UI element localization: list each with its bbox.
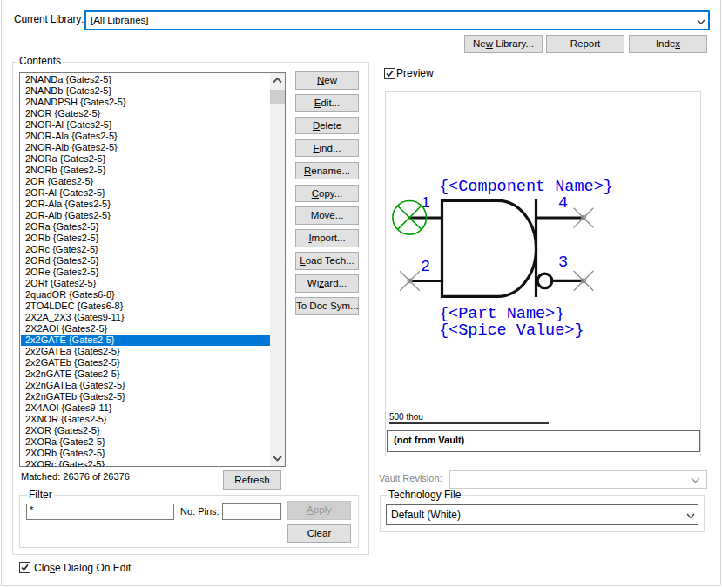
svg-text:{<Component Name>}: {<Component Name>} [439,178,613,196]
svg-text:1: 1 [421,194,430,213]
svg-text:{<Spice Value>}: {<Spice Value>} [439,321,584,340]
svg-text:{<Part Name>}: {<Part Name>} [439,305,564,323]
svg-text:4: 4 [558,194,568,213]
svg-text:3: 3 [558,253,568,272]
svg-text:2: 2 [421,258,430,276]
